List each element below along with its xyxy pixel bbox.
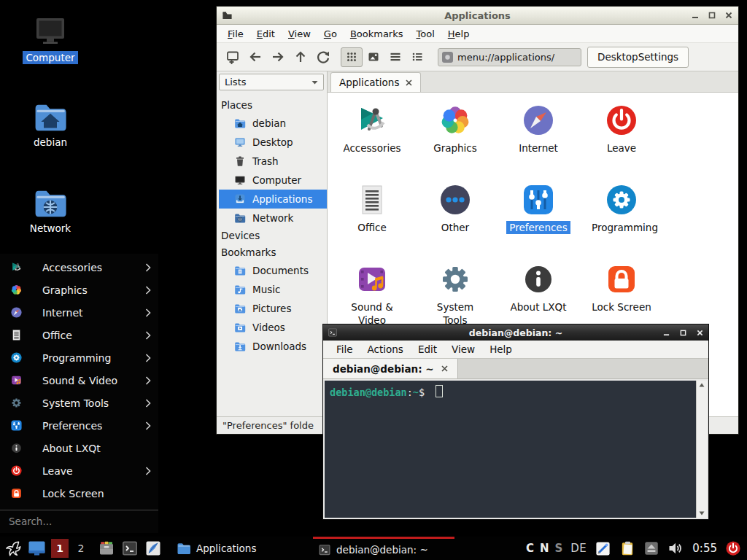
clock[interactable]: 0:55 [692, 542, 717, 555]
tab-close-icon[interactable] [406, 79, 412, 86]
app-category-accessories[interactable]: Accessories [330, 100, 414, 179]
detailed-view-button[interactable] [406, 47, 428, 67]
terminal-scrollbar[interactable] [696, 381, 707, 518]
sidebar-item-documents[interactable]: Documents [219, 261, 327, 280]
show-desktop-button[interactable] [28, 538, 46, 559]
forward-button[interactable] [266, 47, 289, 67]
menu-item-graphics[interactable]: Graphics [0, 279, 158, 301]
minimize-icon[interactable] [662, 328, 670, 337]
fm-menu-view[interactable]: View [282, 26, 317, 42]
app-category-other[interactable]: Other [414, 179, 497, 259]
menu-item-office[interactable]: Office [0, 324, 158, 346]
terminal-content[interactable]: debian@debian:~$ [325, 381, 707, 518]
desktop-icon-computer[interactable]: Computer [10, 15, 90, 64]
tab-close-icon[interactable] [441, 365, 448, 372]
menu-item-accessories[interactable]: Accessories [0, 256, 158, 279]
screenshot-tray-icon[interactable] [595, 538, 611, 559]
app-category-graphics[interactable]: Graphics [414, 100, 497, 179]
sidebar-item-desktop[interactable]: Desktop [219, 133, 327, 152]
terminal-tab[interactable]: debian@debian: ~ [323, 359, 458, 378]
sidebar-item-computer[interactable]: Computer [219, 171, 327, 190]
terminal-menu-view[interactable]: View [444, 341, 482, 358]
menu-item-system-tools[interactable]: System Tools [0, 392, 158, 414]
keyboard-layout-indicator[interactable]: DE [570, 542, 587, 555]
app-category-programming[interactable]: Programming [580, 179, 663, 259]
sidebar-item-downloads[interactable]: Downloads [219, 337, 327, 356]
sidebar-item-trash[interactable]: Trash [219, 152, 327, 171]
sidebar-group-devices[interactable]: Devices [219, 228, 327, 244]
fm-menu-file[interactable]: File [221, 26, 250, 42]
terminal-menu-help[interactable]: Help [482, 341, 519, 358]
desktop-settings-button[interactable]: DesktopSettings [587, 47, 689, 68]
workspace-button-2[interactable]: 2 [72, 539, 90, 558]
close-icon[interactable] [724, 11, 733, 20]
minimize-icon[interactable] [691, 11, 700, 20]
refresh-button[interactable] [311, 47, 334, 67]
menu-item-label: Sound & Video [42, 375, 144, 386]
terminal-menu-edit[interactable]: Edit [411, 341, 444, 358]
sidebar-item-music[interactable]: Music [219, 280, 327, 299]
keyboard-indicator-c: C [526, 542, 534, 555]
thumbnail-view-button[interactable] [363, 47, 384, 67]
icon-view-button[interactable] [341, 47, 363, 67]
terminal-menu-file[interactable]: File [329, 341, 360, 358]
terminal-launcher-icon[interactable] [121, 538, 139, 559]
workspace-button-1[interactable]: 1 [51, 539, 69, 558]
menu-item-programming[interactable]: Programming [0, 346, 158, 369]
text-editor-launcher-icon[interactable] [144, 538, 162, 559]
address-input[interactable] [457, 52, 578, 63]
menu-search-input[interactable] [7, 515, 154, 528]
internet-icon [9, 306, 23, 319]
clipboard-tray-icon[interactable] [619, 538, 636, 559]
volume-icon[interactable] [667, 538, 684, 559]
app-category-preferences[interactable]: Preferences [497, 179, 580, 259]
sidebar-item-debian[interactable]: debian [219, 114, 327, 133]
app-category-internet[interactable]: Internet [497, 100, 580, 179]
close-icon[interactable] [695, 328, 704, 337]
up-button[interactable] [289, 47, 311, 67]
task-button-debian-debian-~[interactable]: debian@debian: ~ [313, 537, 454, 560]
terminal-menu-actions[interactable]: Actions [360, 341, 411, 358]
menu-item-preferences[interactable]: Preferences [0, 414, 158, 437]
chevron-down-icon [311, 80, 318, 85]
app-category-leave[interactable]: Leave [580, 100, 663, 179]
sidebar-mode-select[interactable]: Lists [219, 74, 324, 90]
power-button[interactable] [725, 538, 741, 559]
fm-menu-go[interactable]: Go [317, 26, 344, 42]
address-bar [438, 48, 581, 66]
fm-menu-tool[interactable]: Tool [410, 26, 441, 42]
maximize-icon[interactable] [678, 328, 687, 337]
menu-item-internet[interactable]: Internet [0, 301, 158, 324]
scroll-up-icon[interactable] [699, 381, 705, 389]
menu-item-leave[interactable]: Leave [0, 459, 158, 482]
terminal-titlebar[interactable]: debian@debian: ~ [323, 324, 708, 341]
eject-tray-icon[interactable] [644, 538, 659, 559]
lxqt-menu-button[interactable] [4, 538, 23, 559]
back-button[interactable] [244, 47, 266, 67]
sidebar-item-applications[interactable]: Applications [219, 190, 327, 209]
desktop-icon-debian[interactable]: debian [10, 99, 90, 149]
fm-menu-edit[interactable]: Edit [250, 26, 282, 42]
sidebar-item-label: debian [252, 117, 286, 129]
fm-titlebar[interactable]: Applications [217, 7, 738, 25]
fm-tab-applications[interactable]: Applications [330, 72, 421, 92]
fm-tab-label: Applications [339, 77, 399, 88]
fm-menu-bookmarks[interactable]: Bookmarks [344, 26, 410, 42]
sidebar-group-places[interactable]: Places [219, 97, 327, 114]
task-button-applications[interactable]: Applications [171, 537, 313, 560]
sidebar-group-bookmarks[interactable]: Bookmarks [219, 244, 327, 261]
maximize-icon[interactable] [708, 11, 716, 20]
app-category-office[interactable]: Office [330, 179, 414, 259]
desktop-icon-network[interactable]: Network [10, 185, 90, 235]
menu-item-lock-screen[interactable]: Lock Screen [0, 482, 158, 505]
sidebar-item-videos[interactable]: Videos [219, 318, 327, 337]
sidebar-item-pictures[interactable]: Pictures [219, 299, 327, 318]
new-tab-button[interactable] [221, 47, 244, 67]
menu-item-about-lxqt[interactable]: About LXQt [0, 437, 158, 459]
scroll-down-icon[interactable] [699, 509, 705, 518]
file-manager-launcher-icon[interactable] [98, 538, 115, 559]
fm-menu-help[interactable]: Help [441, 26, 476, 42]
menu-item-sound-video[interactable]: Sound & Video [0, 369, 158, 392]
sidebar-item-network[interactable]: Network [219, 209, 327, 228]
compact-view-button[interactable] [384, 47, 406, 67]
